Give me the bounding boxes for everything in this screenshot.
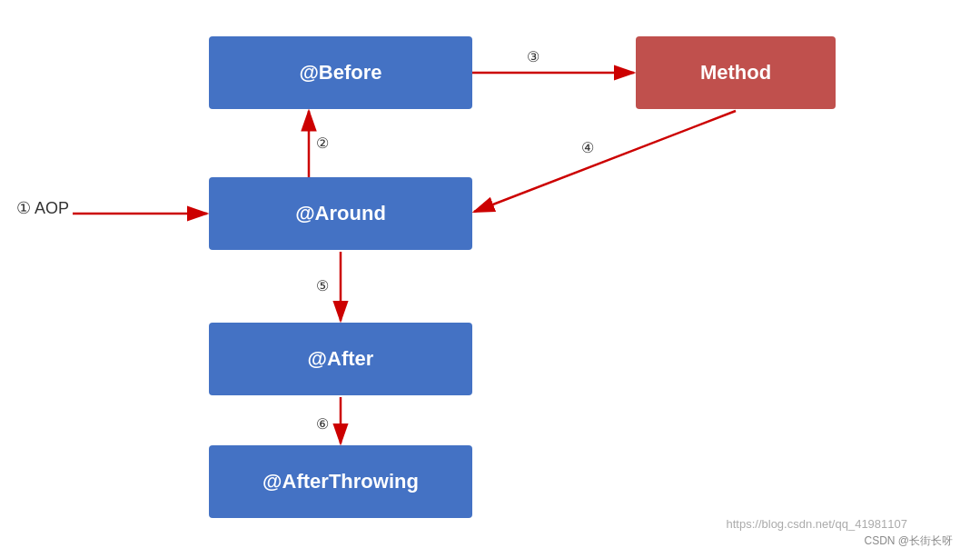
svg-line-5 [474,111,736,212]
method-box: Method [636,36,836,109]
svg-text:⑤: ⑤ [316,278,329,294]
svg-text:③: ③ [527,49,539,65]
diagram-container: ② ③ ④ ⑤ ⑥ ① AOP @Before @Around @After @… [0,0,980,558]
svg-text:④: ④ [581,140,594,155]
svg-text:⑥: ⑥ [316,416,329,432]
around-box: @Around [209,177,472,250]
svg-text:②: ② [316,135,329,151]
credit: CSDN @长街长呀 [864,533,953,549]
watermark: https://blog.csdn.net/qq_41981107 [727,517,908,531]
afterthrowing-box: @AfterThrowing [209,445,472,518]
aop-label: ① AOP [16,198,69,218]
after-box: @After [209,323,472,395]
before-box: @Before [209,36,472,109]
